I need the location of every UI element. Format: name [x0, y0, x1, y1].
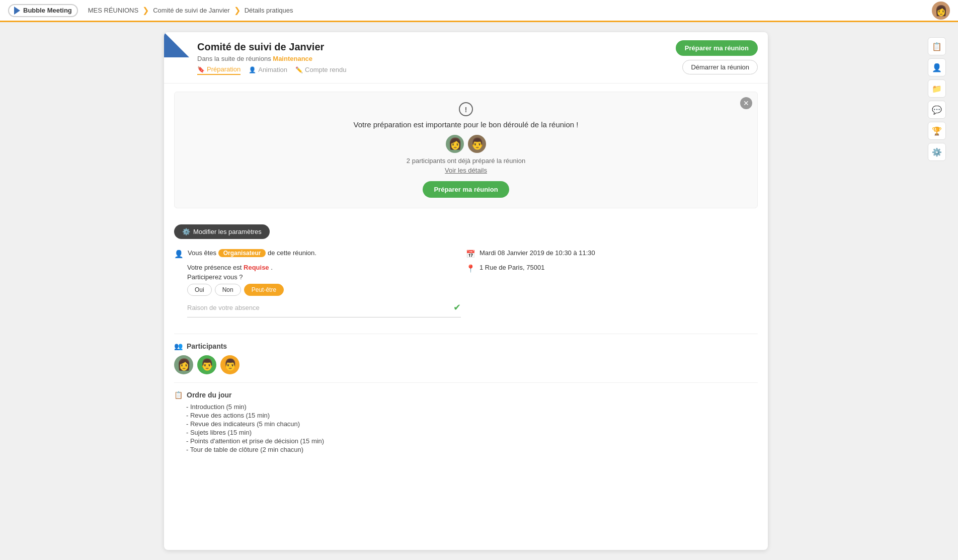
organizer-text: Vous êtes Organisateur de cette réunion. — [188, 249, 316, 257]
p3-face-icon — [223, 358, 237, 371]
sidebar-folder-button[interactable]: 📁 — [928, 79, 946, 98]
right-sidebar: 📋 👤 📁 💬 🏆 ⚙️ — [926, 32, 948, 550]
tab-preparation[interactable]: 🔖 Préparation — [197, 65, 241, 75]
agenda-item-2: - Revue des actions (15 min) — [186, 412, 758, 419]
prep-participant-2-avatar — [468, 135, 486, 153]
oui-button[interactable]: Oui — [187, 284, 212, 296]
card-tabs: 🔖 Préparation 👤 Animation ✏️ Compte rend… — [197, 65, 346, 75]
breadcrumb-comite[interactable]: Comité de suivi de Janvier — [153, 7, 229, 14]
logo[interactable]: Bubble Meeting — [8, 4, 78, 17]
section-params: ⚙️ Modifier les paramètres — [164, 216, 768, 239]
modify-params-button[interactable]: ⚙️ Modifier les paramètres — [174, 224, 270, 239]
app-name: Bubble Meeting — [23, 7, 72, 14]
prep-count-text: 2 participants ont déjà préparé la réuni… — [185, 157, 747, 165]
participants-section: 👥 Participants — [164, 342, 768, 382]
content-card: Comité de suivi de Janvier Dans la suite… — [164, 32, 768, 550]
card-header-actions: Préparer ma réunion Démarrer la réunion — [676, 40, 758, 74]
divider-1 — [174, 334, 758, 334]
tab-animation[interactable]: 👤 Animation — [249, 65, 287, 75]
details-grid: 👤 Vous êtes Organisateur de cette réunio… — [164, 239, 768, 326]
header-triangle-icon — [164, 32, 189, 57]
participation-label: Participerez vous ? — [187, 273, 461, 281]
presence-text: Votre présence est Requise . — [187, 264, 461, 271]
breadcrumb-details[interactable]: Détails pratiques — [245, 7, 293, 14]
start-meeting-button[interactable]: Démarrer la réunion — [682, 60, 758, 74]
tab-compte-rendu[interactable]: ✏️ Compte rendu — [295, 65, 346, 75]
detail-right: 📅 Mardi 08 Janvier 2019 de 10:30 à 11:30… — [466, 249, 758, 326]
agenda-item-4: - Sujets libres (15 min) — [186, 429, 758, 436]
preparation-tab-icon: 🔖 — [197, 66, 205, 73]
sidebar-trophy-button[interactable]: 🏆 — [928, 122, 946, 140]
peut-etre-button[interactable]: Peut-être — [244, 284, 284, 296]
tab-compte-rendu-label: Compte rendu — [305, 66, 346, 73]
agenda-item-1: - Introduction (5 min) — [186, 403, 758, 411]
info-icon: ! — [459, 102, 473, 116]
presence-value: Requise — [244, 264, 269, 271]
prep-banner: ✕ ! Votre préparation est importante pou… — [174, 92, 758, 208]
tab-animation-label: Animation — [258, 66, 287, 73]
organizer-prefix: Vous êtes — [188, 249, 218, 257]
prep-my-meeting-button[interactable]: Préparer ma réunion — [423, 181, 509, 198]
sidebar-chat-button[interactable]: 💬 — [928, 101, 946, 119]
participant-2-avatar — [197, 355, 216, 374]
logo-triangle-icon — [14, 7, 20, 15]
breadcrumb: MES RÉUNIONS ❯ Comité de suivi de Janvie… — [88, 6, 293, 15]
sidebar-doc-button[interactable]: 📋 — [928, 37, 946, 55]
agenda-label: 📋 Ordre du jour — [174, 391, 758, 399]
compte-rendu-tab-icon: ✏️ — [295, 66, 303, 73]
presence-block: Votre présence est Requise . Participere… — [187, 264, 461, 317]
participant-2-face-icon — [470, 137, 484, 150]
subtitle-link[interactable]: Maintenance — [273, 55, 312, 62]
participants-label: 👥 Participants — [174, 342, 758, 350]
tab-preparation-label: Préparation — [207, 65, 241, 73]
participants-text: Participants — [187, 342, 227, 350]
sidebar-settings-button[interactable]: ⚙️ — [928, 143, 946, 161]
close-banner-button[interactable]: ✕ — [740, 97, 752, 109]
absence-row: Raison de votre absence ✔ — [187, 302, 461, 317]
meeting-location: 1 Rue de Paris, 75001 — [480, 264, 544, 271]
subtitle-prefix: Dans la suite de réunions — [197, 55, 273, 62]
main-layout: Comité de suivi de Janvier Dans la suite… — [0, 22, 958, 560]
location-icon: 📍 — [466, 264, 475, 273]
participant-avatars — [174, 355, 758, 374]
person-icon: 👤 — [174, 250, 184, 259]
card-header-left: Comité de suivi de Janvier Dans la suite… — [174, 40, 346, 75]
non-button[interactable]: Non — [215, 284, 241, 296]
top-nav: Bubble Meeting MES RÉUNIONS ❯ Comité de … — [0, 0, 958, 22]
presence-prefix: Votre présence est — [187, 264, 244, 271]
prepare-meeting-button[interactable]: Préparer ma réunion — [676, 40, 758, 56]
location-row: 📍 1 Rue de Paris, 75001 — [466, 264, 753, 273]
card-title-block: Comité de suivi de Janvier Dans la suite… — [197, 40, 346, 75]
agenda-section: 📋 Ordre du jour - Introduction (5 min) -… — [164, 391, 768, 464]
detail-left: 👤 Vous êtes Organisateur de cette réunio… — [174, 249, 466, 326]
organizer-row: 👤 Vous êtes Organisateur de cette réunio… — [174, 249, 461, 259]
user-avatar-icon — [935, 5, 947, 17]
organizer-badge: Organisateur — [218, 249, 266, 257]
p1-face-icon — [177, 358, 191, 371]
agenda-item-3: - Revue des indicateurs (5 min chacun) — [186, 420, 758, 428]
agenda-item-6: - Tour de table de clôture (2 min chacun… — [186, 446, 758, 453]
agenda-icon: 📋 — [174, 391, 183, 399]
voir-details-link[interactable]: Voir les détails — [185, 167, 747, 174]
presence-suffix: . — [271, 264, 273, 271]
participants-icon: 👥 — [174, 342, 183, 350]
agenda-label-text: Ordre du jour — [187, 391, 231, 399]
prep-avatars — [185, 135, 747, 153]
meeting-date: Mardi 08 Janvier 2019 de 10:30 à 11:30 — [480, 249, 595, 257]
prep-banner-title: Votre préparation est importante pour le… — [185, 120, 747, 129]
modify-params-label: Modifier les paramètres — [193, 228, 262, 235]
meeting-subtitle: Dans la suite de réunions Maintenance — [197, 55, 346, 62]
participant-1-avatar — [174, 355, 193, 374]
avatar[interactable] — [932, 2, 950, 20]
prep-participant-1-avatar — [446, 135, 464, 153]
absence-placeholder: Raison de votre absence — [187, 304, 453, 311]
participation-buttons: Oui Non Peut-être — [187, 284, 461, 296]
agenda-item-5: - Points d'attention et prise de décisio… — [186, 437, 758, 445]
p2-face-icon — [200, 358, 214, 371]
sidebar-person-button[interactable]: 👤 — [928, 58, 946, 76]
breadcrumb-mes-reunions[interactable]: MES RÉUNIONS — [88, 7, 138, 14]
breadcrumb-sep-2: ❯ — [234, 6, 241, 15]
breadcrumb-sep-1: ❯ — [142, 6, 149, 15]
meeting-title: Comité de suivi de Janvier — [197, 41, 346, 53]
animation-tab-icon: 👤 — [249, 66, 256, 73]
